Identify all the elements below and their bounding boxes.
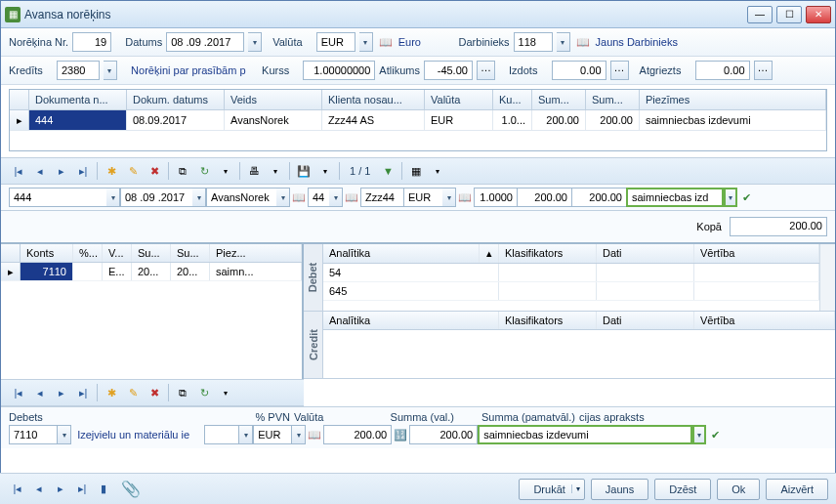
f-list-icon[interactable]: ▮ bbox=[94, 480, 113, 499]
darbinieks-input[interactable] bbox=[514, 32, 553, 52]
lcell-s2[interactable]: 20... bbox=[171, 263, 210, 280]
edit-kl[interactable] bbox=[360, 188, 403, 207]
columns-icon[interactable]: ▦ bbox=[406, 161, 426, 181]
minimize-button[interactable]: — bbox=[747, 6, 773, 23]
kredits-name-link[interactable]: Norēķini par prasībām p bbox=[131, 64, 258, 76]
pvn-input[interactable] bbox=[204, 425, 239, 444]
lcol-s1[interactable]: Su... bbox=[132, 244, 171, 262]
debet-row-1[interactable]: 54 bbox=[323, 264, 819, 282]
edit-nr[interactable] bbox=[9, 188, 106, 207]
izdots-input[interactable] bbox=[552, 61, 606, 80]
col-sum1[interactable]: Sum... bbox=[532, 90, 586, 109]
edit-icon[interactable]: ✎ bbox=[123, 161, 143, 181]
ccol-vert[interactable]: Vērtība bbox=[694, 312, 835, 329]
darbinieks-book-icon[interactable]: 📖 bbox=[574, 33, 592, 51]
valuta-dropdown[interactable]: ▾ bbox=[359, 32, 373, 52]
sump-input[interactable] bbox=[409, 425, 478, 444]
col-klient[interactable]: Klienta nosau... bbox=[322, 90, 425, 109]
edit-val-drop[interactable]: ▾ bbox=[442, 188, 456, 207]
izej-link[interactable]: Izejvielu un materiālu ie bbox=[77, 429, 204, 441]
bval-input[interactable] bbox=[253, 425, 292, 444]
cell-klient[interactable]: Zzz44 AS bbox=[322, 110, 425, 130]
valuta-book-icon[interactable]: 📖 bbox=[377, 33, 395, 51]
atlikums-input[interactable] bbox=[424, 61, 473, 80]
nav-next-icon[interactable]: ▸ bbox=[52, 161, 71, 181]
columns-drop-icon[interactable]: ▾ bbox=[428, 161, 447, 181]
f-nav-prev-icon[interactable]: ◂ bbox=[29, 480, 49, 499]
edit-veids[interactable] bbox=[206, 188, 276, 207]
kredits-dropdown[interactable]: ▾ bbox=[104, 61, 117, 80]
cell-s1[interactable]: 200.00 bbox=[532, 110, 586, 130]
dcol-vert[interactable]: Vērtība bbox=[694, 244, 819, 263]
sumv-calc-icon[interactable]: 🔢 bbox=[392, 426, 409, 443]
edit-kl-book-icon[interactable]: 📖 bbox=[343, 189, 360, 206]
save-icon[interactable]: 💾 bbox=[294, 161, 314, 181]
edit-klcode[interactable] bbox=[308, 188, 329, 207]
kredits-input[interactable] bbox=[57, 61, 100, 80]
bval-book-icon[interactable]: 📖 bbox=[306, 426, 323, 443]
lcell-p[interactable] bbox=[73, 263, 103, 280]
debet-scrollbar[interactable] bbox=[819, 244, 835, 311]
l-refresh-icon[interactable]: ↻ bbox=[194, 383, 214, 402]
debet-cell-1[interactable]: 54 bbox=[323, 264, 499, 281]
new-button[interactable]: Jauns bbox=[591, 479, 648, 500]
f-nav-last-icon[interactable]: ▸| bbox=[72, 480, 92, 499]
lcol-piez[interactable]: Piez... bbox=[210, 244, 302, 262]
edit-ku-book-icon[interactable]: 📖 bbox=[456, 189, 474, 206]
edit-s2[interactable] bbox=[571, 188, 626, 207]
edit-veids-drop[interactable]: ▾ bbox=[276, 188, 290, 207]
edit-klcode-drop[interactable]: ▾ bbox=[329, 188, 343, 207]
close-form-button[interactable]: Aizvērt bbox=[766, 479, 828, 500]
lcol-konts[interactable]: Konts bbox=[21, 244, 73, 262]
kurss-input[interactable] bbox=[303, 61, 375, 80]
filter-icon[interactable]: ▼ bbox=[378, 161, 397, 181]
print-button[interactable]: Drukāt▾ bbox=[519, 479, 584, 500]
l-add-icon[interactable]: ✱ bbox=[102, 383, 121, 402]
valuta-name-link[interactable]: Euro bbox=[398, 36, 421, 48]
bval-drop[interactable]: ▾ bbox=[292, 425, 306, 444]
edit-confirm-icon[interactable]: ✔ bbox=[737, 189, 755, 206]
ccol-klas[interactable]: Klasifikators bbox=[499, 312, 597, 329]
lcell-piez[interactable]: saimn... bbox=[210, 263, 302, 280]
left-table-row[interactable]: ▸ 7110 E... 20... 20... saimn... bbox=[1, 263, 302, 281]
cell-veids[interactable]: AvansNorek bbox=[225, 110, 322, 130]
darbinieks-dropdown[interactable]: ▾ bbox=[557, 32, 570, 52]
sort-icon[interactable]: ▴ bbox=[480, 244, 499, 263]
l-edit-icon[interactable]: ✎ bbox=[123, 383, 143, 402]
refresh-icon[interactable]: ↻ bbox=[194, 161, 214, 181]
lcell-s1[interactable]: 20... bbox=[132, 263, 171, 280]
print-drop-icon[interactable]: ▾ bbox=[266, 161, 285, 181]
col-veids[interactable]: Veids bbox=[225, 90, 322, 109]
dcol-klas[interactable]: Klasifikators bbox=[499, 244, 597, 263]
delete-button[interactable]: Dzēst bbox=[654, 479, 711, 500]
datums-input[interactable] bbox=[166, 32, 244, 52]
cell-piez[interactable]: saimniecbas izdevumi bbox=[640, 110, 826, 130]
dcol-anal[interactable]: Analītika bbox=[323, 244, 480, 263]
refresh-drop-icon[interactable]: ▾ bbox=[216, 161, 235, 181]
edit-dat[interactable] bbox=[120, 188, 192, 207]
delete-icon[interactable]: ✖ bbox=[145, 161, 164, 181]
nav-prev-icon[interactable]: ◂ bbox=[30, 161, 50, 181]
cell-dokdat[interactable]: 08.09.2017 bbox=[127, 110, 225, 130]
col-valuta[interactable]: Valūta bbox=[425, 90, 493, 109]
dcol-dati[interactable]: Dati bbox=[597, 244, 694, 263]
col-piez[interactable]: Piezīmes bbox=[640, 90, 826, 109]
nav-first-icon[interactable]: |◂ bbox=[9, 161, 28, 181]
l-nav-last-icon[interactable]: ▸| bbox=[73, 383, 93, 402]
l-nav-first-icon[interactable]: |◂ bbox=[9, 383, 28, 402]
atgriezts-input[interactable] bbox=[695, 61, 750, 80]
l-delete-icon[interactable]: ✖ bbox=[145, 383, 164, 402]
cell-s2[interactable]: 200.00 bbox=[586, 110, 640, 130]
valuta-input[interactable] bbox=[316, 32, 355, 52]
darbinieks-name-link[interactable]: Jauns Darbinieks bbox=[596, 36, 678, 48]
ccol-anal[interactable]: Analītika bbox=[323, 312, 499, 329]
apr-confirm-icon[interactable]: ✔ bbox=[706, 426, 724, 443]
cell-doknr[interactable]: 444 bbox=[29, 110, 127, 130]
l-nav-prev-icon[interactable]: ◂ bbox=[30, 383, 50, 402]
table-row[interactable]: ▸ 444 08.09.2017 AvansNorek Zzz44 AS EUR… bbox=[10, 110, 826, 131]
close-button[interactable]: ✕ bbox=[806, 6, 831, 23]
col-ku[interactable]: Ku... bbox=[493, 90, 532, 109]
save-drop-icon[interactable]: ▾ bbox=[315, 161, 335, 181]
print-icon[interactable]: 🖶 bbox=[244, 161, 264, 181]
lcol-s2[interactable]: Su... bbox=[171, 244, 210, 262]
